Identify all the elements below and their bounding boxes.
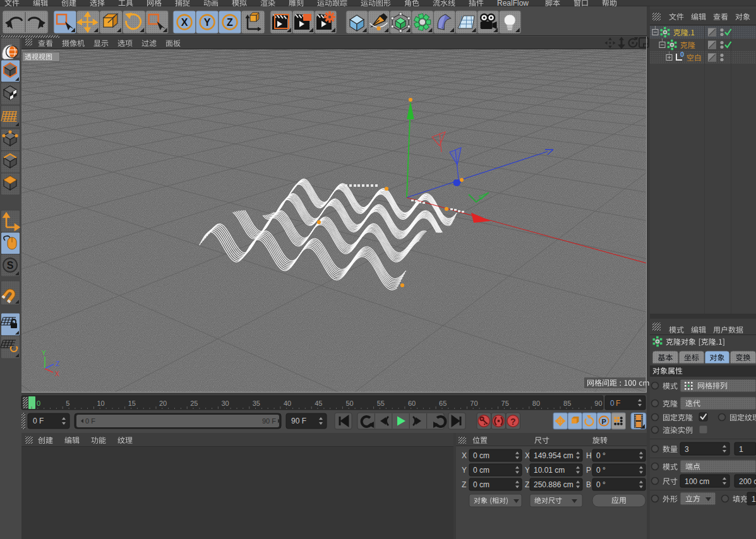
svg-text:20: 20 — [159, 400, 167, 407]
svg-text:0 F: 0 F — [85, 417, 95, 425]
svg-text:Y: Y — [462, 466, 467, 475]
svg-text:0: 0 — [680, 50, 684, 58]
svg-text:15: 15 — [128, 400, 136, 407]
svg-text:10: 10 — [97, 400, 104, 407]
svg-text:90 F: 90 F — [262, 417, 276, 425]
svg-text:0 °: 0 ° — [596, 451, 606, 460]
svg-text:Y: Y — [525, 466, 530, 475]
svg-text:0: 0 — [37, 400, 40, 407]
svg-text:H: H — [586, 451, 592, 460]
svg-text:0 °: 0 ° — [596, 466, 606, 475]
svg-text:0: 0 — [610, 399, 615, 408]
svg-text:35: 35 — [253, 400, 260, 407]
svg-text:3: 3 — [685, 445, 689, 454]
svg-text:85: 85 — [563, 400, 571, 407]
svg-text:X: X — [462, 451, 467, 460]
svg-text:0 °: 0 ° — [596, 480, 606, 489]
svg-text:45: 45 — [315, 400, 322, 407]
svg-text:70: 70 — [470, 400, 477, 407]
svg-text:90 F: 90 F — [291, 417, 306, 425]
svg-text:X: X — [181, 17, 188, 28]
svg-text:25: 25 — [190, 400, 198, 407]
svg-text:200 c: 200 c — [739, 477, 756, 486]
svg-text:100 cm: 100 cm — [685, 477, 709, 486]
svg-text:1: 1 — [739, 445, 743, 454]
svg-text:Y: Y — [204, 17, 211, 28]
svg-text:65: 65 — [439, 400, 447, 407]
svg-text:0 cm: 0 cm — [473, 451, 489, 460]
svg-text:250.886 cm: 250.886 cm — [534, 480, 573, 489]
svg-text:40: 40 — [284, 400, 291, 407]
svg-text:?: ? — [510, 417, 516, 427]
svg-text:0 cm: 0 cm — [473, 480, 489, 489]
svg-text:Z: Z — [462, 480, 466, 489]
svg-text:S: S — [7, 260, 14, 271]
svg-text:80: 80 — [532, 400, 540, 407]
svg-text:F: F — [616, 399, 620, 408]
svg-text:60: 60 — [408, 400, 416, 407]
svg-text:Z: Z — [525, 480, 529, 489]
svg-text:30: 30 — [221, 400, 229, 407]
svg-text:10: 10 — [752, 495, 756, 504]
svg-text:50: 50 — [345, 400, 353, 407]
svg-text:90: 90 — [594, 400, 602, 407]
svg-text:0 cm: 0 cm — [473, 466, 489, 475]
svg-text:P: P — [602, 418, 606, 425]
svg-text:Z: Z — [227, 17, 233, 28]
svg-text:10.01 cm: 10.01 cm — [534, 466, 565, 475]
svg-text:P: P — [586, 466, 591, 475]
svg-text:0 F: 0 F — [33, 417, 44, 425]
svg-text:RealFlow: RealFlow — [497, 0, 529, 8]
svg-text:X: X — [525, 451, 530, 460]
svg-text:5: 5 — [66, 400, 69, 407]
svg-text:75: 75 — [501, 400, 509, 407]
svg-text:B: B — [586, 480, 591, 489]
svg-text:55: 55 — [377, 400, 385, 407]
svg-text:149.954 cm: 149.954 cm — [534, 451, 573, 460]
